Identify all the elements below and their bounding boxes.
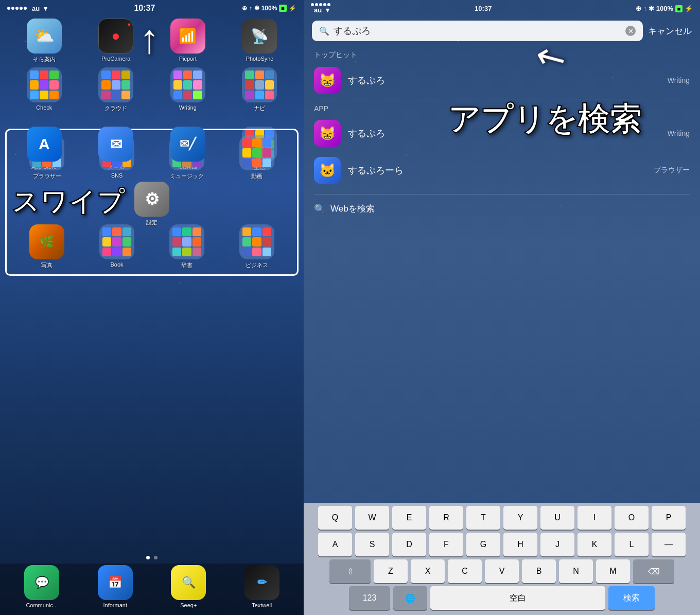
web-search-text: Webを検索	[330, 203, 375, 215]
check-folder-icon	[27, 67, 62, 102]
top-hit-result[interactable]: 😸 するぷろ Writing	[304, 62, 700, 99]
seeq-icon: 🔍	[171, 565, 206, 600]
app-mail[interactable]: ✉ メール	[82, 127, 150, 171]
app-grid-row1: ⛅ そら案内 ● ● ProCamera 📶 Picport 📡 PhotoSy…	[0, 16, 304, 68]
signal-dots	[7, 7, 27, 10]
key-e[interactable]: E	[392, 506, 426, 530]
app-cloud[interactable]: クラウド	[82, 67, 150, 112]
key-d[interactable]: D	[392, 533, 426, 556]
dock-app-informant[interactable]: 📅 Informant	[98, 565, 133, 608]
app-sora-annai[interactable]: ⛅ そら案内	[10, 19, 78, 63]
top-hit-category: Writing	[668, 76, 690, 84]
app-biz[interactable]: ビジネス	[239, 224, 274, 269]
app-picport[interactable]: 📶 Picport	[154, 19, 222, 63]
key-c[interactable]: C	[448, 559, 482, 583]
key-l[interactable]: L	[615, 533, 649, 556]
key-j[interactable]: J	[540, 533, 574, 556]
app-result-1-name: するぷろ	[348, 127, 660, 139]
mail-label: メール	[108, 164, 125, 171]
top-hit-name: するぷろ	[348, 74, 660, 86]
app-result-2[interactable]: 🐱 するぷろーら ブラウザー	[304, 152, 700, 189]
app-procamera[interactable]: ● ● ProCamera	[82, 19, 150, 63]
key-w[interactable]: W	[355, 506, 389, 530]
key-x[interactable]: X	[411, 559, 445, 583]
app-seikatsu[interactable]: 生活	[226, 127, 294, 171]
key-h[interactable]: H	[503, 533, 537, 556]
key-k[interactable]: K	[577, 533, 611, 556]
cloud-label: クラウド	[104, 104, 127, 112]
page-dot-1	[146, 556, 150, 559]
key-n[interactable]: N	[559, 559, 593, 583]
app-navi[interactable]: ナビ	[226, 67, 294, 112]
left-carrier-label: au	[32, 5, 40, 12]
right-time: 10:37	[475, 5, 492, 12]
app-result-1[interactable]: 😸 するぷろ Writing	[304, 115, 700, 152]
left-carrier-signal: au ▾	[7, 5, 47, 12]
communic-label: Communic...	[26, 602, 58, 608]
wifi-icon: ▾	[44, 5, 47, 12]
search-clear-button[interactable]: ✕	[625, 26, 636, 36]
sora-icon: ⛅	[27, 19, 62, 54]
key-t[interactable]: T	[466, 506, 500, 530]
appstore-icon: A	[27, 127, 62, 162]
signal-arrow-icon: ↑	[249, 5, 252, 12]
key-o[interactable]: O	[615, 506, 649, 530]
app-result-2-category: ブラウザー	[654, 166, 690, 175]
app-settings[interactable]: ⚙ 設定	[134, 182, 169, 226]
search-bar-container: 🔍 するぷろ ✕ キャンセル	[304, 16, 700, 45]
app-photosync[interactable]: 📡 PhotoSync	[226, 19, 294, 63]
key-f[interactable]: F	[429, 533, 463, 556]
key-u[interactable]: U	[540, 506, 574, 530]
key-i[interactable]: I	[577, 506, 611, 530]
cancel-button[interactable]: キャンセル	[648, 25, 692, 37]
web-search-section[interactable]: 🔍 Webを検索	[304, 195, 700, 223]
key-r[interactable]: R	[429, 506, 463, 530]
settings-label: 設定	[146, 219, 157, 226]
app-book[interactable]: Book	[99, 224, 134, 269]
textwell-icon: ✏	[244, 565, 279, 600]
key-v[interactable]: V	[485, 559, 519, 583]
writing-folder-icon	[170, 67, 205, 102]
app-section-header: APP	[304, 99, 700, 115]
key-y[interactable]: Y	[503, 506, 537, 530]
settings-icon: ⚙	[134, 182, 169, 217]
search-input-box[interactable]: 🔍 するぷろ ✕	[312, 21, 643, 41]
key-b[interactable]: B	[522, 559, 556, 583]
key-search[interactable]: 検索	[608, 586, 655, 610]
bluetooth-icon: ✱	[254, 5, 259, 12]
left-time: 10:37	[134, 4, 155, 13]
app-check[interactable]: Check	[10, 67, 78, 112]
dock-app-communic[interactable]: 💬 Communic...	[24, 565, 59, 608]
dock-app-seeq[interactable]: 🔍 Seeq+	[171, 565, 206, 608]
key-dash[interactable]: —	[652, 533, 686, 556]
key-globe[interactable]: 🌐	[393, 586, 427, 610]
left-right-status: ⊕ ↑ ✱ 100% ■ ⚡	[242, 5, 296, 12]
key-p[interactable]: P	[652, 506, 686, 530]
key-space[interactable]: 空白	[430, 586, 605, 610]
seikatsu-label: 生活	[254, 164, 265, 171]
key-g[interactable]: G	[466, 533, 500, 556]
key-z[interactable]: Z	[374, 559, 408, 583]
right-battery-icon: ■	[675, 5, 683, 12]
key-m[interactable]: M	[596, 559, 630, 583]
app-photos[interactable]: 🌿 写真	[29, 224, 64, 269]
location-icon: ⊕	[242, 5, 247, 12]
procamera-label: ProCamera	[101, 56, 130, 62]
app-writing[interactable]: Writing	[154, 67, 222, 112]
seikatsu-folder-icon	[242, 127, 277, 162]
dock-app-textwell[interactable]: ✏ Textwell	[244, 565, 279, 608]
keyboard-row-2: A S D F G H J K L —	[304, 530, 700, 556]
app-ibismail[interactable]: ✉╱ ibisMail	[154, 127, 222, 171]
appstore-label: App Store	[31, 164, 57, 170]
page-dot-2	[154, 556, 157, 559]
app-dict[interactable]: 辞書	[169, 224, 204, 269]
key-shift[interactable]: ⇧	[329, 559, 371, 583]
key-s[interactable]: S	[355, 533, 389, 556]
app-appstore[interactable]: A App Store	[10, 127, 78, 171]
key-q[interactable]: Q	[318, 506, 352, 530]
biz-folder-icon	[239, 224, 274, 259]
key-123[interactable]: 123	[349, 586, 390, 610]
cloud-folder-icon	[98, 67, 133, 102]
key-backspace[interactable]: ⌫	[633, 559, 674, 583]
key-a[interactable]: A	[318, 533, 352, 556]
